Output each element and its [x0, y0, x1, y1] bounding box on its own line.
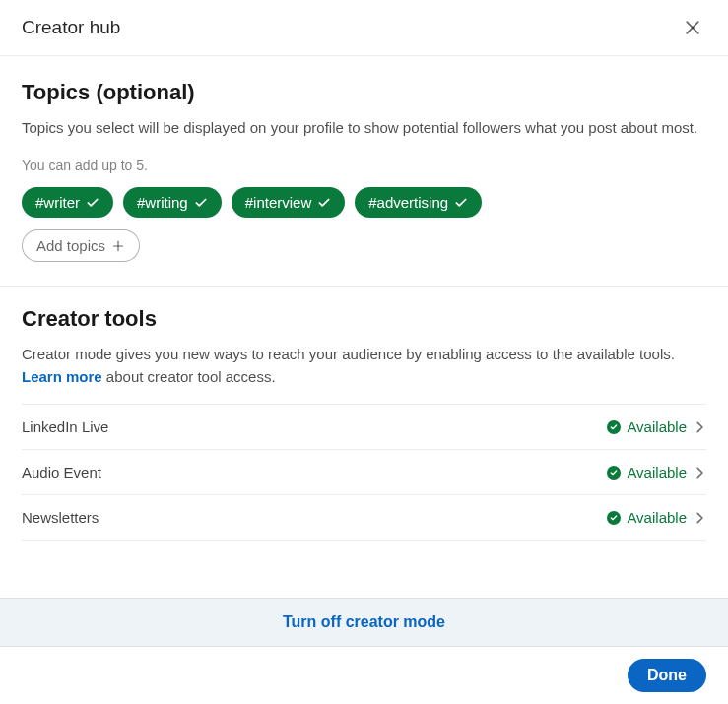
- check-icon: [86, 196, 99, 210]
- tool-item-newsletters[interactable]: Newsletters Available: [22, 495, 706, 541]
- turn-off-creator-mode-button[interactable]: Turn off creator mode: [283, 613, 445, 631]
- topic-label: #writing: [137, 194, 188, 211]
- topic-chip-writing[interactable]: #writing: [123, 187, 222, 218]
- done-bar: Done: [0, 647, 728, 704]
- check-circle-icon: [607, 466, 621, 480]
- modal-header: Creator hub: [0, 0, 728, 56]
- add-topics-label: Add topics: [36, 237, 105, 254]
- chevron-right-icon: [693, 511, 706, 525]
- tool-status-group: Available: [607, 509, 706, 526]
- tool-item-linkedin-live[interactable]: LinkedIn Live Available: [22, 405, 706, 450]
- tools-desc-pre: Creator mode gives you new ways to reach…: [22, 346, 675, 362]
- topics-row: #writer #writing #interview #advertising: [22, 187, 706, 218]
- modal-footer: Turn off creator mode Done: [0, 598, 728, 704]
- chevron-right-icon: [693, 466, 706, 480]
- topic-label: #interview: [245, 194, 312, 211]
- tool-name: Newsletters: [22, 509, 99, 526]
- tool-name: LinkedIn Live: [22, 418, 108, 435]
- tool-status-group: Available: [607, 464, 706, 480]
- topic-chip-writer[interactable]: #writer: [22, 187, 113, 218]
- status-text: Available: [627, 418, 687, 435]
- topics-limit: You can add up to 5.: [22, 158, 706, 173]
- tools-description: Creator mode gives you new ways to reach…: [22, 344, 706, 388]
- tool-name: Audio Event: [22, 464, 101, 480]
- close-button[interactable]: [679, 14, 706, 41]
- tool-item-audio-event[interactable]: Audio Event Available: [22, 450, 706, 495]
- close-icon: [683, 18, 702, 37]
- tools-heading: Creator tools: [22, 306, 706, 332]
- add-topics-button[interactable]: Add topics: [22, 229, 140, 262]
- check-circle-icon: [607, 420, 621, 434]
- check-circle-icon: [607, 511, 621, 525]
- topic-label: #writer: [35, 194, 80, 211]
- tools-desc-post: about creator tool access.: [102, 368, 276, 385]
- topics-description: Topics you select will be displayed on y…: [22, 117, 706, 138]
- section-divider: [0, 286, 728, 287]
- turn-off-bar: Turn off creator mode: [0, 598, 728, 647]
- check-icon: [454, 196, 468, 210]
- topic-chip-advertising[interactable]: #advertising: [355, 187, 482, 218]
- chevron-right-icon: [693, 420, 706, 434]
- topic-chip-interview[interactable]: #interview: [232, 187, 346, 218]
- learn-more-link[interactable]: Learn more: [22, 368, 102, 385]
- tool-status-group: Available: [607, 418, 706, 435]
- plus-icon: [111, 239, 125, 253]
- topics-heading: Topics (optional): [22, 80, 706, 105]
- modal-title: Creator hub: [22, 17, 120, 38]
- topic-label: #advertising: [368, 194, 448, 211]
- check-icon: [194, 196, 208, 210]
- status-text: Available: [627, 464, 687, 480]
- modal-content: Topics (optional) Topics you select will…: [0, 56, 728, 541]
- add-topic-row: Add topics: [22, 229, 706, 262]
- tool-list: LinkedIn Live Available Audio Event Avai…: [22, 404, 706, 541]
- status-text: Available: [627, 509, 687, 526]
- check-icon: [317, 196, 331, 210]
- done-button[interactable]: Done: [628, 659, 706, 692]
